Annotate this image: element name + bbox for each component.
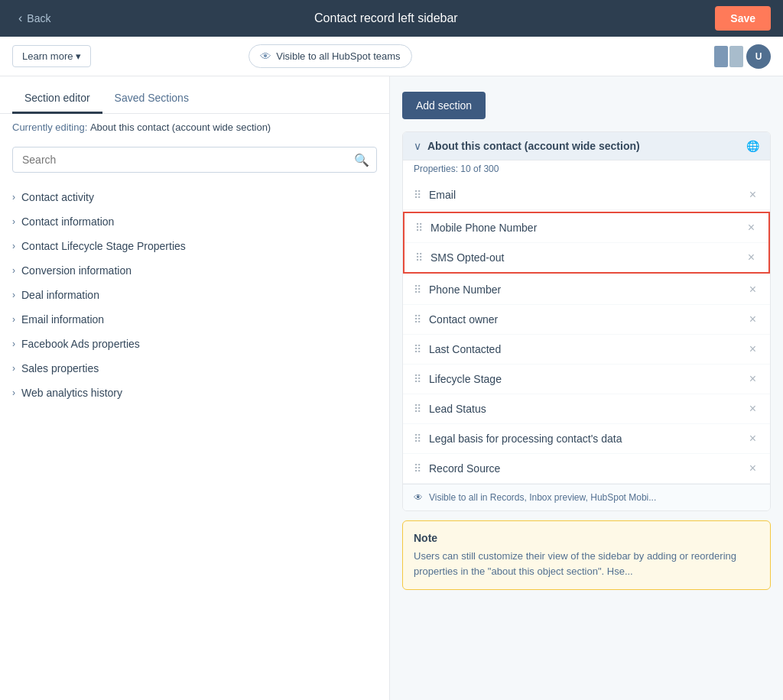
property-name: Lifecycle Stage — [429, 373, 746, 385]
property-row-lifecycle-stage: ⠿ Lifecycle Stage × — [403, 365, 770, 394]
category-label: Web analytics history — [21, 387, 122, 399]
category-chevron-icon: › — [12, 363, 15, 374]
property-name: Mobile Phone Number — [430, 222, 745, 234]
remove-property-icon[interactable]: × — [746, 432, 759, 446]
tab-saved-sections[interactable]: Saved Sections — [102, 83, 201, 114]
property-name: Record Source — [429, 462, 746, 475]
category-item-web-analytics[interactable]: › Web analytics history — [0, 381, 389, 405]
nav-left: ‹ Back — [12, 8, 57, 28]
category-label: Contact Lifecycle Stage Properties — [21, 240, 186, 252]
remove-property-icon[interactable]: × — [746, 342, 759, 356]
drag-handle-icon[interactable]: ⠿ — [414, 373, 421, 385]
drag-handle-icon[interactable]: ⠿ — [415, 222, 423, 234]
section-card: ∨ About this contact (account wide secti… — [402, 131, 771, 511]
left-panel: Section editor Saved Sections Currently … — [0, 76, 390, 700]
note-text: Users can still customize their view of … — [414, 549, 759, 578]
eye-icon: 👁 — [260, 50, 271, 63]
drag-handle-icon[interactable]: ⠿ — [414, 403, 421, 415]
section-visibility-text: Visible to all in Records, Inbox preview… — [429, 492, 656, 503]
remove-property-icon[interactable]: × — [746, 402, 759, 416]
category-label: Conversion information — [21, 264, 132, 277]
learn-more-button[interactable]: Learn more ▾ — [12, 45, 91, 67]
drag-handle-icon[interactable]: ⠿ — [414, 343, 421, 355]
property-name: Contact owner — [429, 313, 746, 326]
learn-more-label: Learn more — [22, 50, 73, 62]
category-item-facebook[interactable]: › Facebook Ads properties — [0, 332, 389, 356]
section-collapse-icon[interactable]: ∨ — [414, 140, 421, 152]
top-nav: ‹ Back Contact record left sidebar Save — [0, 0, 783, 37]
remove-property-icon[interactable]: × — [746, 283, 759, 297]
drag-handle-icon[interactable]: ⠿ — [414, 189, 421, 201]
remove-property-icon[interactable]: × — [746, 313, 759, 326]
property-row-sms-opted-out: ⠿ SMS Opted-out × — [404, 243, 768, 272]
remove-property-icon[interactable]: × — [745, 251, 758, 264]
subheader: Learn more ▾ 👁 Visible to all HubSpot te… — [0, 37, 783, 76]
right-panel: Add section ∨ About this contact (accoun… — [390, 76, 783, 700]
category-label: Facebook Ads properties — [21, 338, 140, 350]
main-layout: Section editor Saved Sections Currently … — [0, 76, 783, 700]
property-row-legal-basis: ⠿ Legal basis for processing contact's d… — [403, 424, 770, 454]
category-chevron-icon: › — [12, 314, 15, 325]
category-list: › Contact activity › Contact information… — [0, 179, 389, 700]
property-row-last-contacted: ⠿ Last Contacted × — [403, 335, 770, 365]
section-header: ∨ About this contact (account wide secti… — [403, 132, 770, 160]
note-card: Note Users can still customize their vie… — [402, 520, 771, 590]
save-button[interactable]: Save — [715, 6, 771, 31]
section-properties-count: Properties: 10 of 300 — [403, 160, 770, 180]
visibility-label: Visible to all HubSpot teams — [276, 50, 400, 62]
property-row-record-source: ⠿ Record Source × — [403, 454, 770, 484]
category-item-sales[interactable]: › Sales properties — [0, 356, 389, 381]
drag-handle-icon[interactable]: ⠿ — [414, 462, 421, 475]
category-item-lifecycle-stage[interactable]: › Contact Lifecycle Stage Properties — [0, 234, 389, 258]
user-avatar: U — [746, 44, 771, 69]
category-label: Contact activity — [21, 191, 94, 203]
remove-property-icon[interactable]: × — [746, 372, 759, 386]
section-visibility-row: 👁 Visible to all in Records, Inbox previ… — [403, 484, 770, 510]
category-item-email-info[interactable]: › Email information — [0, 307, 389, 332]
category-item-contact-information[interactable]: › Contact information — [0, 209, 389, 234]
search-container: 🔍 — [0, 141, 389, 179]
tabs-container: Section editor Saved Sections — [0, 76, 389, 114]
category-chevron-icon: › — [12, 265, 15, 276]
add-section-button[interactable]: Add section — [402, 92, 486, 119]
remove-property-icon[interactable]: × — [745, 221, 758, 235]
visibility-pill: 👁 Visible to all HubSpot teams — [249, 44, 411, 68]
search-icon-button[interactable]: 🔍 — [354, 153, 369, 167]
preview-card-1 — [714, 46, 728, 67]
property-row-email: ⠿ Email × — [403, 180, 770, 210]
currently-editing-value: About this contact (account wide section… — [90, 122, 271, 133]
remove-property-icon[interactable]: × — [746, 462, 759, 475]
drag-handle-icon[interactable]: ⠿ — [415, 251, 423, 264]
globe-icon: 🌐 — [746, 140, 759, 152]
category-chevron-icon: › — [12, 241, 15, 251]
drag-handle-icon[interactable]: ⠿ — [414, 313, 421, 326]
remove-property-icon[interactable]: × — [746, 188, 759, 202]
category-item-deal-info[interactable]: › Deal information — [0, 283, 389, 307]
property-name: Phone Number — [429, 284, 746, 296]
tab-section-editor[interactable]: Section editor — [12, 83, 102, 114]
visibility-eye-icon: 👁 — [414, 492, 423, 503]
search-input[interactable] — [12, 147, 377, 173]
property-name: Email — [429, 189, 746, 201]
category-chevron-icon: › — [12, 192, 15, 203]
avatar-area: U — [714, 44, 771, 69]
property-row-mobile-phone: ⠿ Mobile Phone Number × — [404, 213, 768, 243]
note-title: Note — [414, 532, 759, 544]
category-chevron-icon: › — [12, 290, 15, 300]
property-row-contact-owner: ⠿ Contact owner × — [403, 305, 770, 335]
category-label: Email information — [21, 313, 104, 326]
property-name: Last Contacted — [429, 343, 746, 355]
category-label: Deal information — [21, 289, 99, 301]
category-item-contact-activity[interactable]: › Contact activity — [0, 185, 389, 209]
section-title: About this contact (account wide section… — [427, 140, 740, 152]
drag-handle-icon[interactable]: ⠿ — [414, 284, 421, 296]
highlighted-properties-group: ⠿ Mobile Phone Number × ⠿ SMS Opted-out … — [403, 212, 770, 274]
property-name: SMS Opted-out — [430, 251, 745, 264]
drag-handle-icon[interactable]: ⠿ — [414, 433, 421, 445]
property-row-lead-status: ⠿ Lead Status × — [403, 394, 770, 424]
category-item-conversion-info[interactable]: › Conversion information — [0, 258, 389, 283]
back-button[interactable]: ‹ Back — [12, 8, 57, 28]
back-chevron-icon: ‹ — [18, 11, 22, 25]
dropdown-chevron-icon: ▾ — [76, 50, 81, 62]
preview-cards — [714, 46, 743, 67]
